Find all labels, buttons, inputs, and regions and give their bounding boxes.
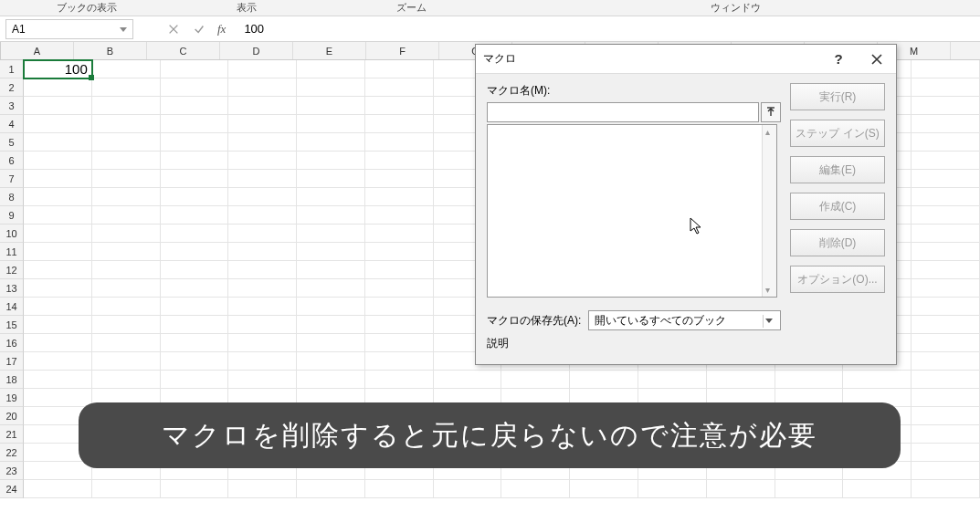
cell[interactable] [912,316,980,334]
column-header[interactable]: C [147,42,220,59]
column-header[interactable]: F [366,42,439,59]
help-icon[interactable]: ? [827,47,850,71]
name-box[interactable]: A1 [5,19,133,39]
cell[interactable] [92,480,161,498]
cell[interactable] [24,78,92,97]
column-header[interactable]: A [1,42,74,59]
cell[interactable] [912,206,980,225]
cell[interactable] [228,261,297,279]
cell[interactable] [297,206,365,225]
row-header[interactable]: 1 [0,60,24,78]
cell[interactable] [365,170,434,188]
cell[interactable] [24,261,92,279]
cell[interactable] [365,352,434,371]
cell[interactable] [912,352,980,371]
row-header[interactable]: 17 [0,352,24,371]
cell[interactable] [297,316,365,334]
fx-icon[interactable]: fx [212,22,231,37]
cell[interactable] [92,243,161,261]
cell[interactable] [228,279,297,298]
row-header[interactable]: 14 [0,298,24,316]
cell[interactable] [228,133,297,152]
cell[interactable] [912,60,980,78]
cell[interactable] [912,133,980,152]
cell[interactable] [228,115,297,133]
column-header[interactable]: E [293,42,366,59]
cell[interactable] [365,261,434,279]
cell[interactable] [365,243,434,261]
cell[interactable] [161,78,229,97]
formula-input[interactable]: 100 [238,22,269,36]
cell[interactable] [24,243,92,261]
cell[interactable] [161,97,229,115]
options-button[interactable]: オプション(O)... [790,266,885,293]
cell[interactable] [297,243,365,261]
cell[interactable] [92,352,161,371]
cell[interactable] [365,480,434,498]
cell[interactable] [912,462,980,480]
cell[interactable] [228,243,297,261]
cell[interactable] [161,298,229,316]
cell[interactable] [24,97,92,115]
cell[interactable]: 100 [24,60,92,78]
cell[interactable] [365,371,434,389]
cell[interactable] [228,170,297,188]
confirm-icon[interactable] [186,19,212,39]
cell[interactable] [24,188,92,206]
cell[interactable] [228,298,297,316]
cell[interactable] [775,371,844,389]
cell[interactable] [365,115,434,133]
cell[interactable] [707,371,775,389]
row-header[interactable]: 18 [0,371,24,389]
cell[interactable] [228,316,297,334]
cell[interactable] [297,188,365,206]
cell[interactable] [228,371,297,389]
row-header[interactable]: 5 [0,133,24,152]
cell[interactable] [297,371,365,389]
cell[interactable] [92,78,161,97]
cell[interactable] [912,407,980,425]
cell[interactable] [297,78,365,97]
cell[interactable] [365,78,434,97]
row-header[interactable]: 22 [0,444,24,462]
cell[interactable] [92,334,161,352]
row-header[interactable]: 6 [0,152,24,170]
cell[interactable] [92,298,161,316]
cell[interactable] [912,298,980,316]
scrollbar[interactable] [762,125,776,297]
cell[interactable] [912,97,980,115]
cell[interactable] [912,444,980,462]
cell[interactable] [161,115,229,133]
cell[interactable] [297,170,365,188]
cell[interactable] [912,188,980,206]
row-header[interactable]: 8 [0,188,24,206]
row-header[interactable]: 13 [0,279,24,298]
column-header[interactable]: N [951,42,980,59]
cell[interactable] [297,97,365,115]
cell[interactable] [365,60,434,78]
row-header[interactable]: 23 [0,462,24,480]
cell[interactable] [297,152,365,170]
cell[interactable] [297,298,365,316]
cell[interactable] [912,371,980,389]
cell[interactable] [92,206,161,225]
row-header[interactable]: 24 [0,480,24,498]
cell[interactable] [161,225,229,243]
cell[interactable] [365,225,434,243]
row-header[interactable]: 19 [0,389,24,407]
cell[interactable] [365,97,434,115]
cell[interactable] [92,279,161,298]
cell[interactable] [92,170,161,188]
cell[interactable] [92,316,161,334]
cell[interactable] [912,334,980,352]
cell[interactable] [228,352,297,371]
cell[interactable] [297,352,365,371]
delete-button[interactable]: 削除(D) [790,229,885,256]
step-in-button[interactable]: ステップ イン(S) [790,120,885,147]
cell[interactable] [912,243,980,261]
cell[interactable] [365,279,434,298]
cell[interactable] [92,261,161,279]
cell[interactable] [912,425,980,444]
cell[interactable] [297,225,365,243]
cell[interactable] [365,316,434,334]
